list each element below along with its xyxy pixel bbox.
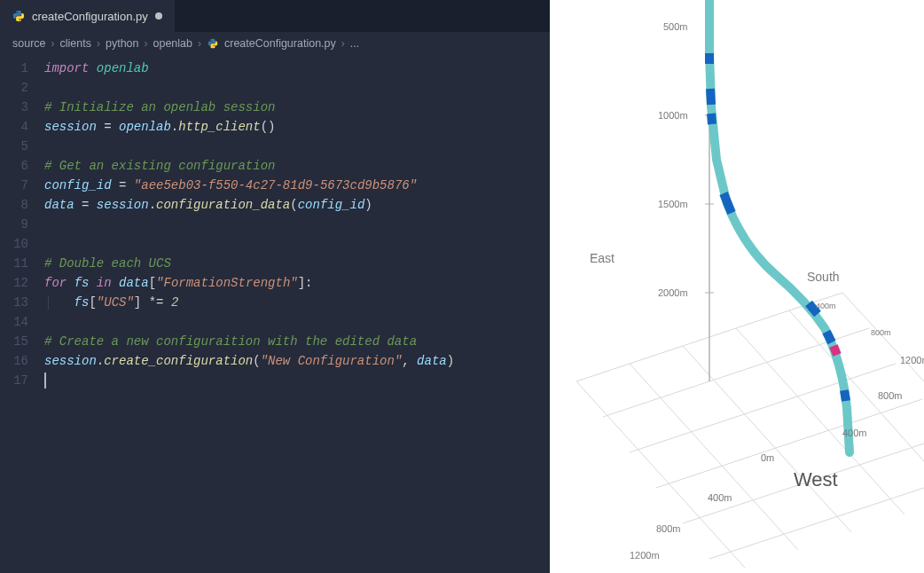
chevron-right-icon: ›	[198, 37, 201, 50]
line-number: 5	[0, 137, 28, 156]
line-number: 1	[0, 59, 28, 78]
line-number: 2	[0, 78, 28, 98]
svg-line-18	[710, 89, 711, 105]
code-line[interactable]: # Create a new configuraition with the e…	[44, 332, 550, 351]
code-line[interactable]: for fs in data["FormationStrength"]:	[44, 273, 550, 293]
line-number: 8	[0, 195, 28, 215]
line-number: 4	[0, 117, 28, 137]
svg-line-19	[711, 114, 712, 124]
breadcrumb-segment[interactable]: createConfiguration.py	[224, 37, 336, 50]
svg-line-23	[834, 346, 837, 355]
svg-line-8	[683, 346, 851, 532]
code-line[interactable]	[44, 371, 550, 390]
chevron-right-icon: ›	[145, 37, 148, 50]
line-number: 13	[0, 293, 28, 312]
breadcrumb-segment[interactable]: clients	[60, 37, 91, 50]
breadcrumb-segment[interactable]: source	[12, 37, 46, 50]
python-file-icon	[207, 37, 219, 50]
line-number: 3	[0, 98, 28, 117]
line-number: 12	[0, 273, 28, 293]
code-line[interactable]	[44, 137, 550, 156]
svg-line-24	[844, 390, 846, 401]
depth-tick-label: 500m	[663, 21, 688, 32]
chevron-right-icon: ›	[51, 37, 55, 50]
code-line[interactable]: import openlab	[44, 59, 550, 78]
grid-tick-label: 800m	[871, 328, 891, 337]
line-number: 11	[0, 254, 28, 273]
python-file-icon	[12, 10, 25, 22]
grid-tick-label: 800m	[878, 390, 903, 401]
svg-line-22	[826, 332, 832, 342]
tab-filename: createConfiguration.py	[32, 10, 148, 23]
breadcrumb-segment[interactable]: openlab	[153, 37, 193, 50]
line-number: 16	[0, 351, 28, 371]
code-line[interactable]: session.create_configuration("New Config…	[44, 351, 550, 371]
line-number: 17	[0, 371, 28, 390]
breadcrumb-segment[interactable]: ...	[350, 37, 359, 50]
code-editor[interactable]: 1234567891011121314151617 import openlab…	[0, 55, 550, 573]
line-number: 10	[0, 234, 28, 254]
dirty-indicator-icon	[155, 12, 162, 20]
grid-tick-label: 1200m	[900, 355, 924, 365]
editor-pane: createConfiguration.py source › clients …	[0, 0, 550, 573]
svg-line-3	[656, 399, 922, 488]
code-line[interactable]: config_id = "aee5eb03-f550-4c27-81d9-567…	[44, 176, 550, 195]
code-content[interactable]: import openlab# Initialize an openlab se…	[44, 59, 550, 573]
code-line[interactable]: # Initialize an openlab session	[44, 98, 550, 117]
axis-label-west: West	[794, 468, 838, 491]
wellbore-3d-plot[interactable]	[550, 0, 924, 573]
depth-tick-label: 1000m	[658, 110, 688, 121]
code-line[interactable]	[44, 215, 550, 234]
breadcrumb[interactable]: source › clients › python › openlab › cr…	[0, 32, 550, 55]
text-cursor	[44, 373, 46, 389]
code-line[interactable]: # Get an existing configuration	[44, 156, 550, 176]
depth-tick-label: 1500m	[658, 199, 688, 209]
line-number-gutter: 1234567891011121314151617	[0, 59, 44, 573]
tab-bar: createConfiguration.py	[0, 0, 550, 32]
grid-tick-label: 1200m	[630, 550, 660, 561]
code-line[interactable]	[44, 234, 550, 254]
line-number: 6	[0, 156, 28, 176]
grid-tick-label: 0m	[761, 452, 774, 463]
line-number: 15	[0, 332, 28, 351]
chevron-right-icon: ›	[97, 37, 100, 50]
file-tab[interactable]: createConfiguration.py	[0, 0, 175, 32]
axis-label-south: South	[807, 270, 840, 284]
grid-tick-label: 800m	[656, 523, 681, 534]
svg-line-6	[576, 381, 745, 568]
chevron-right-icon: ›	[341, 37, 345, 50]
svg-line-10	[789, 310, 924, 461]
code-line[interactable]	[44, 312, 550, 332]
breadcrumb-segment[interactable]: python	[106, 37, 139, 50]
code-line[interactable]	[44, 78, 550, 98]
line-number: 9	[0, 215, 28, 234]
svg-line-5	[709, 488, 924, 559]
line-number: 14	[0, 312, 28, 332]
code-line[interactable]: # Double each UCS	[44, 254, 550, 273]
axis-label-east: East	[590, 251, 615, 265]
grid-tick-label: 400m	[842, 428, 867, 438]
grid-tick-label: 400m	[708, 492, 732, 503]
code-line[interactable]: session = openlab.http_client()	[44, 117, 550, 137]
code-line[interactable]: │ fs["UCS"] *= 2	[44, 293, 550, 312]
code-line[interactable]: data = session.configuration_data(config…	[44, 195, 550, 215]
depth-tick-label: 2000m	[658, 287, 688, 298]
line-number: 7	[0, 176, 28, 195]
visualization-pane[interactable]: 500m 1000m 1500m 2000m East South West 0…	[550, 0, 924, 573]
grid-tick-label: 400m	[816, 302, 836, 310]
